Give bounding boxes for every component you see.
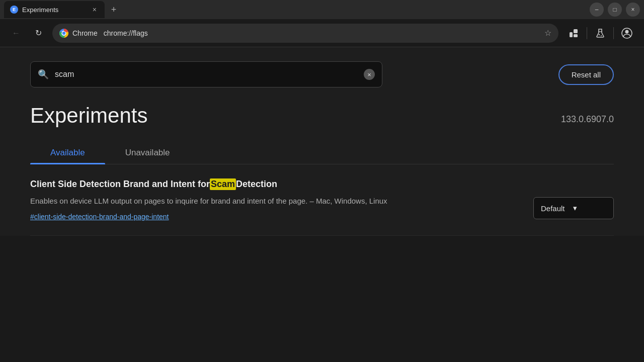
search-input[interactable]: scam bbox=[55, 70, 358, 79]
svg-point-7 bbox=[599, 34, 600, 35]
search-box[interactable]: 🔍 scam × bbox=[30, 61, 382, 87]
toolbar-divider-2 bbox=[613, 27, 614, 39]
svg-point-8 bbox=[601, 35, 602, 36]
dropdown-value: Default bbox=[541, 204, 565, 213]
page-title-row: Experiments 133.0.6907.0 bbox=[30, 104, 614, 128]
page-title: Experiments bbox=[30, 104, 147, 128]
title-bar: E Experiments × + – □ × bbox=[0, 0, 644, 19]
maximize-button[interactable]: □ bbox=[608, 3, 622, 17]
tab-title: Experiments bbox=[22, 6, 87, 14]
flag-description: Enables on device LLM output on pages to… bbox=[30, 195, 523, 207]
profile-icon[interactable] bbox=[618, 24, 636, 42]
window-controls: – □ × bbox=[590, 3, 640, 17]
flag-title: Client Side Detection Brand and Intent f… bbox=[30, 178, 614, 190]
svg-rect-4 bbox=[574, 29, 578, 33]
flag-item: Client Side Detection Brand and Intent f… bbox=[30, 164, 614, 236]
url-text: chrome://flags bbox=[104, 29, 540, 37]
dropdown-arrow-icon: ▾ bbox=[573, 204, 577, 213]
tab-favicon: E bbox=[10, 6, 18, 14]
search-clear-button[interactable]: × bbox=[364, 69, 375, 80]
labs-icon[interactable] bbox=[591, 24, 609, 42]
toolbar-divider bbox=[587, 27, 587, 39]
flag-title-after: Detection bbox=[236, 179, 277, 190]
toolbar-icons bbox=[565, 24, 636, 42]
tab-close-button[interactable]: × bbox=[91, 5, 99, 15]
svg-point-10 bbox=[625, 30, 629, 33]
close-button[interactable]: × bbox=[626, 3, 640, 17]
svg-point-2 bbox=[62, 31, 65, 34]
main-content: 🔍 scam × Reset all Experiments 133.0.690… bbox=[0, 47, 644, 236]
flag-body: Enables on device LLM output on pages to… bbox=[30, 195, 614, 221]
search-icon: 🔍 bbox=[38, 69, 49, 80]
tab-unavailable[interactable]: Unavailable bbox=[105, 142, 190, 164]
address-input[interactable]: Chrome chrome://flags ☆ bbox=[52, 24, 558, 43]
back-button[interactable]: ← bbox=[8, 25, 24, 41]
search-row: 🔍 scam × Reset all bbox=[30, 61, 614, 87]
address-bar: ← ↻ Chrome chrome://flags ☆ bbox=[0, 19, 644, 47]
bookmark-icon[interactable]: ☆ bbox=[544, 28, 551, 38]
chrome-brand-label: Chrome bbox=[72, 29, 98, 37]
tabs-row: Available Unavailable bbox=[30, 142, 614, 164]
flag-desc-block: Enables on device LLM output on pages to… bbox=[30, 195, 523, 221]
svg-rect-5 bbox=[574, 34, 578, 37]
flag-dropdown[interactable]: Default ▾ bbox=[533, 197, 614, 219]
flag-title-highlight: Scam bbox=[210, 178, 236, 190]
refresh-button[interactable]: ↻ bbox=[30, 25, 46, 41]
active-tab[interactable]: E Experiments × bbox=[4, 1, 105, 18]
chrome-logo-icon bbox=[59, 29, 68, 38]
minimize-button[interactable]: – bbox=[590, 3, 604, 17]
version-text: 133.0.6907.0 bbox=[561, 114, 614, 128]
tab-available[interactable]: Available bbox=[30, 142, 105, 164]
flag-title-before: Client Side Detection Brand and Intent f… bbox=[30, 179, 210, 190]
svg-rect-3 bbox=[570, 32, 573, 37]
extensions-icon[interactable] bbox=[565, 24, 583, 42]
reset-all-button[interactable]: Reset all bbox=[558, 64, 614, 85]
flag-link[interactable]: #client-side-detection-brand-and-page-in… bbox=[30, 213, 169, 221]
new-tab-button[interactable]: + bbox=[107, 3, 121, 17]
